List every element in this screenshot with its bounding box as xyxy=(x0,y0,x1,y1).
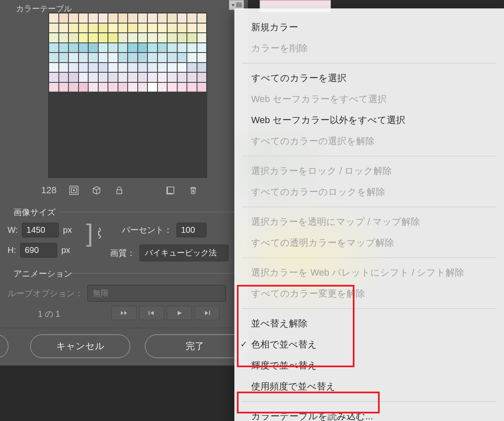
color-swatch[interactable] xyxy=(118,13,128,23)
loop-select[interactable]: 無限 xyxy=(87,285,226,302)
color-swatch[interactable] xyxy=(138,82,148,92)
color-swatch[interactable] xyxy=(108,72,118,82)
color-swatch[interactable] xyxy=(167,72,177,82)
color-swatch[interactable] xyxy=(108,82,118,92)
color-swatch[interactable] xyxy=(128,23,138,33)
color-swatch[interactable] xyxy=(49,72,59,82)
color-swatch[interactable] xyxy=(49,23,59,33)
menu-item[interactable]: すべてのカラーを選択 xyxy=(234,68,504,89)
color-swatch[interactable] xyxy=(49,43,59,53)
color-swatch[interactable] xyxy=(68,13,79,23)
color-swatch[interactable] xyxy=(98,63,108,73)
lock-icon[interactable] xyxy=(114,185,125,196)
color-swatch[interactable] xyxy=(128,53,138,63)
cancel-button[interactable]: キャンセル xyxy=(30,334,130,358)
menu-item[interactable]: 輝度で並べ替え xyxy=(234,355,504,376)
cube-icon[interactable] xyxy=(91,185,102,196)
color-swatch[interactable] xyxy=(197,63,207,73)
color-swatch[interactable] xyxy=(98,23,108,33)
color-swatch[interactable] xyxy=(177,33,187,43)
color-swatch[interactable] xyxy=(88,53,98,63)
rewind-button[interactable] xyxy=(111,306,136,320)
color-swatch[interactable] xyxy=(68,82,79,92)
color-swatch[interactable] xyxy=(49,82,59,92)
play-button[interactable] xyxy=(167,306,192,320)
unknown-left-button[interactable] xyxy=(0,334,8,358)
color-swatch[interactable] xyxy=(98,13,108,23)
color-swatch[interactable] xyxy=(187,13,197,23)
color-swatch[interactable] xyxy=(98,53,108,63)
color-swatch[interactable] xyxy=(118,33,128,43)
color-swatch[interactable] xyxy=(98,43,108,53)
color-swatch[interactable] xyxy=(187,53,197,63)
color-swatch[interactable] xyxy=(79,72,89,82)
color-swatch[interactable] xyxy=(147,33,158,43)
color-swatch[interactable] xyxy=(68,43,79,53)
width-input[interactable] xyxy=(22,223,59,237)
menu-item[interactable]: Web セーフカラー以外をすべて選択 xyxy=(234,110,504,131)
color-swatch[interactable] xyxy=(138,33,148,43)
color-swatch[interactable] xyxy=(108,43,118,53)
color-swatch[interactable] xyxy=(79,82,89,92)
color-swatch[interactable] xyxy=(158,63,168,73)
color-swatch[interactable] xyxy=(128,72,138,82)
color-swatch[interactable] xyxy=(197,13,207,23)
color-swatch[interactable] xyxy=(88,43,98,53)
color-swatch[interactable] xyxy=(138,53,148,63)
color-swatch[interactable] xyxy=(147,82,158,92)
color-swatch[interactable] xyxy=(79,43,89,53)
color-swatch[interactable] xyxy=(197,43,207,53)
color-swatch[interactable] xyxy=(68,63,79,73)
color-swatch[interactable] xyxy=(177,53,187,63)
done-button[interactable]: 完了 xyxy=(145,334,245,358)
color-swatch[interactable] xyxy=(158,72,168,82)
color-swatch[interactable] xyxy=(59,13,69,23)
color-swatch[interactable] xyxy=(49,13,59,23)
color-swatch[interactable] xyxy=(138,13,148,23)
color-swatch-grid[interactable] xyxy=(48,13,207,178)
color-swatch[interactable] xyxy=(79,13,89,23)
color-swatch[interactable] xyxy=(147,43,158,53)
color-swatch[interactable] xyxy=(147,63,158,73)
color-swatch[interactable] xyxy=(177,82,187,92)
color-swatch[interactable] xyxy=(167,53,177,63)
color-swatch[interactable] xyxy=(147,53,158,63)
color-swatch[interactable] xyxy=(68,53,79,63)
color-swatch[interactable] xyxy=(128,63,138,73)
color-swatch[interactable] xyxy=(79,33,89,43)
color-swatch[interactable] xyxy=(187,72,197,82)
color-swatch[interactable] xyxy=(88,13,98,23)
color-swatch[interactable] xyxy=(108,23,118,33)
color-swatch[interactable] xyxy=(59,43,69,53)
color-swatch[interactable] xyxy=(197,53,207,63)
color-swatch[interactable] xyxy=(49,33,59,43)
percent-input[interactable] xyxy=(176,223,207,237)
color-swatch[interactable] xyxy=(59,82,69,92)
color-swatch[interactable] xyxy=(98,82,108,92)
color-swatch[interactable] xyxy=(187,33,197,43)
color-swatch[interactable] xyxy=(118,72,128,82)
color-swatch[interactable] xyxy=(167,43,177,53)
color-swatch[interactable] xyxy=(177,43,187,53)
step-forward-button[interactable] xyxy=(194,306,220,320)
color-swatch[interactable] xyxy=(197,33,207,43)
color-swatch[interactable] xyxy=(49,53,59,63)
color-swatch[interactable] xyxy=(167,13,177,23)
color-swatch[interactable] xyxy=(118,63,128,73)
color-swatch[interactable] xyxy=(128,13,138,23)
color-swatch[interactable] xyxy=(59,23,69,33)
color-swatch[interactable] xyxy=(79,53,89,63)
color-swatch[interactable] xyxy=(187,63,197,73)
color-swatch[interactable] xyxy=(68,72,79,82)
color-swatch[interactable] xyxy=(177,72,187,82)
color-swatch[interactable] xyxy=(187,23,197,33)
color-swatch[interactable] xyxy=(68,23,79,33)
menu-item[interactable]: 色相で並べ替え✓ xyxy=(234,334,504,355)
color-swatch[interactable] xyxy=(88,23,98,33)
color-swatch[interactable] xyxy=(108,53,118,63)
color-swatch[interactable] xyxy=(108,13,118,23)
color-swatch[interactable] xyxy=(118,23,128,33)
color-swatch[interactable] xyxy=(158,82,168,92)
color-swatch[interactable] xyxy=(158,33,168,43)
color-swatch[interactable] xyxy=(59,53,69,63)
